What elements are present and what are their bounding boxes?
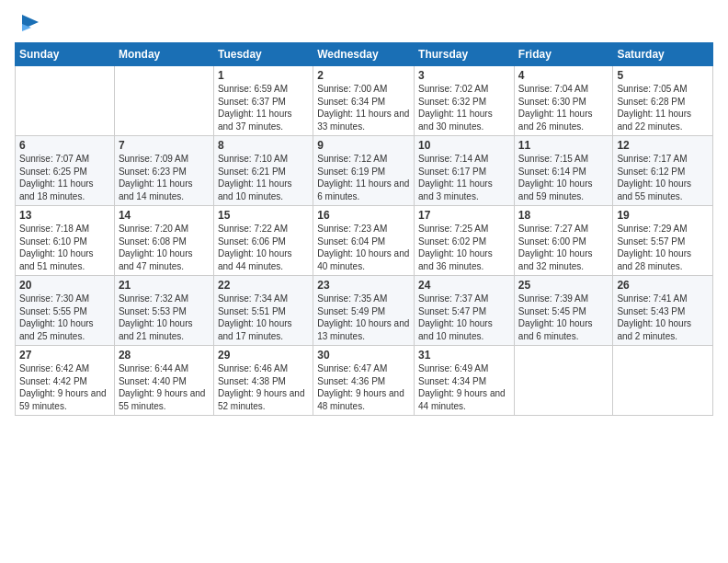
day-cell: 11Sunrise: 7:15 AM Sunset: 6:14 PM Dayli…: [514, 136, 613, 206]
day-cell: 31Sunrise: 6:49 AM Sunset: 4:34 PM Dayli…: [415, 346, 515, 416]
day-info: Sunrise: 7:27 AM Sunset: 6:00 PM Dayligh…: [518, 223, 609, 272]
day-number: 26: [617, 279, 709, 292]
day-cell: 10Sunrise: 7:14 AM Sunset: 6:17 PM Dayli…: [415, 136, 515, 206]
day-info: Sunrise: 7:32 AM Sunset: 5:53 PM Dayligh…: [119, 293, 210, 342]
day-cell: 23Sunrise: 7:35 AM Sunset: 5:49 PM Dayli…: [313, 276, 415, 346]
day-number: 18: [518, 209, 609, 222]
day-number: 30: [317, 349, 410, 362]
day-cell: [114, 66, 213, 136]
logo-icon: [18, 11, 39, 37]
day-cell: [613, 346, 713, 416]
day-info: Sunrise: 7:07 AM Sunset: 6:25 PM Dayligh…: [19, 153, 110, 202]
day-info: Sunrise: 7:17 AM Sunset: 6:12 PM Dayligh…: [617, 153, 709, 202]
day-info: Sunrise: 7:02 AM Sunset: 6:32 PM Dayligh…: [418, 83, 510, 132]
day-number: 25: [518, 279, 609, 292]
calendar-table: SundayMondayTuesdayWednesdayThursdayFrid…: [15, 42, 713, 416]
day-number: 8: [218, 139, 309, 152]
day-info: Sunrise: 7:20 AM Sunset: 6:08 PM Dayligh…: [119, 223, 210, 272]
week-row-3: 13Sunrise: 7:18 AM Sunset: 6:10 PM Dayli…: [16, 206, 713, 276]
week-row-5: 27Sunrise: 6:42 AM Sunset: 4:42 PM Dayli…: [16, 346, 713, 416]
day-number: 11: [518, 139, 609, 152]
day-number: 13: [19, 209, 110, 222]
day-cell: 3Sunrise: 7:02 AM Sunset: 6:32 PM Daylig…: [415, 66, 515, 136]
day-number: 10: [418, 139, 510, 152]
day-cell: [514, 346, 613, 416]
weekday-header-friday: Friday: [514, 43, 613, 66]
day-info: Sunrise: 6:49 AM Sunset: 4:34 PM Dayligh…: [418, 362, 510, 412]
day-number: 22: [218, 279, 309, 292]
day-cell: 15Sunrise: 7:22 AM Sunset: 6:06 PM Dayli…: [213, 206, 313, 276]
day-info: Sunrise: 7:30 AM Sunset: 5:55 PM Dayligh…: [19, 293, 110, 342]
day-number: 9: [317, 139, 410, 152]
day-number: 24: [418, 279, 510, 292]
day-cell: 4Sunrise: 7:04 AM Sunset: 6:30 PM Daylig…: [514, 66, 613, 136]
day-cell: 28Sunrise: 6:44 AM Sunset: 4:40 PM Dayli…: [114, 346, 213, 416]
day-info: Sunrise: 7:41 AM Sunset: 5:43 PM Dayligh…: [617, 293, 709, 342]
day-cell: 20Sunrise: 7:30 AM Sunset: 5:55 PM Dayli…: [16, 276, 115, 346]
day-cell: 16Sunrise: 7:23 AM Sunset: 6:04 PM Dayli…: [313, 206, 415, 276]
day-cell: 13Sunrise: 7:18 AM Sunset: 6:10 PM Dayli…: [16, 206, 115, 276]
day-info: Sunrise: 7:14 AM Sunset: 6:17 PM Dayligh…: [418, 153, 510, 202]
day-info: Sunrise: 6:47 AM Sunset: 4:36 PM Dayligh…: [317, 362, 410, 412]
day-number: 16: [317, 209, 410, 222]
day-cell: 18Sunrise: 7:27 AM Sunset: 6:00 PM Dayli…: [514, 206, 613, 276]
day-info: Sunrise: 6:42 AM Sunset: 4:42 PM Dayligh…: [19, 362, 110, 412]
day-info: Sunrise: 7:37 AM Sunset: 5:47 PM Dayligh…: [418, 293, 510, 342]
day-cell: 26Sunrise: 7:41 AM Sunset: 5:43 PM Dayli…: [613, 276, 713, 346]
day-number: 29: [218, 349, 309, 362]
day-number: 31: [418, 349, 510, 362]
day-cell: 29Sunrise: 6:46 AM Sunset: 4:38 PM Dayli…: [213, 346, 313, 416]
day-info: Sunrise: 7:39 AM Sunset: 5:45 PM Dayligh…: [518, 293, 609, 342]
day-number: 20: [19, 279, 110, 292]
day-number: 6: [19, 139, 110, 152]
day-number: 17: [418, 209, 510, 222]
logo-text: [15, 11, 39, 37]
weekday-header-tuesday: Tuesday: [213, 43, 313, 66]
header: [15, 11, 713, 37]
day-info: Sunrise: 6:46 AM Sunset: 4:38 PM Dayligh…: [218, 362, 309, 412]
day-info: Sunrise: 7:23 AM Sunset: 6:04 PM Dayligh…: [317, 223, 410, 272]
week-row-4: 20Sunrise: 7:30 AM Sunset: 5:55 PM Dayli…: [16, 276, 713, 346]
day-info: Sunrise: 7:18 AM Sunset: 6:10 PM Dayligh…: [19, 223, 110, 272]
day-number: 3: [418, 69, 510, 82]
logo: [15, 11, 39, 37]
day-info: Sunrise: 7:34 AM Sunset: 5:51 PM Dayligh…: [218, 293, 309, 342]
day-cell: 24Sunrise: 7:37 AM Sunset: 5:47 PM Dayli…: [415, 276, 515, 346]
day-info: Sunrise: 7:22 AM Sunset: 6:06 PM Dayligh…: [218, 223, 309, 272]
day-info: Sunrise: 7:29 AM Sunset: 5:57 PM Dayligh…: [617, 223, 709, 272]
day-number: 15: [218, 209, 309, 222]
day-number: 27: [19, 349, 110, 362]
day-cell: 8Sunrise: 7:10 AM Sunset: 6:21 PM Daylig…: [213, 136, 313, 206]
day-number: 14: [119, 209, 210, 222]
day-cell: 14Sunrise: 7:20 AM Sunset: 6:08 PM Dayli…: [114, 206, 213, 276]
day-cell: 2Sunrise: 7:00 AM Sunset: 6:34 PM Daylig…: [313, 66, 415, 136]
day-info: Sunrise: 7:09 AM Sunset: 6:23 PM Dayligh…: [119, 153, 210, 202]
weekday-header-monday: Monday: [114, 43, 213, 66]
day-number: 12: [617, 139, 709, 152]
day-cell: [16, 66, 115, 136]
weekday-header-thursday: Thursday: [415, 43, 515, 66]
day-info: Sunrise: 7:05 AM Sunset: 6:28 PM Dayligh…: [617, 83, 709, 132]
day-number: 28: [119, 349, 210, 362]
weekday-header-row: SundayMondayTuesdayWednesdayThursdayFrid…: [16, 43, 713, 66]
day-info: Sunrise: 6:59 AM Sunset: 6:37 PM Dayligh…: [218, 83, 309, 132]
day-info: Sunrise: 7:25 AM Sunset: 6:02 PM Dayligh…: [418, 223, 510, 272]
day-info: Sunrise: 7:04 AM Sunset: 6:30 PM Dayligh…: [518, 83, 609, 132]
day-cell: 7Sunrise: 7:09 AM Sunset: 6:23 PM Daylig…: [114, 136, 213, 206]
day-cell: 9Sunrise: 7:12 AM Sunset: 6:19 PM Daylig…: [313, 136, 415, 206]
day-number: 23: [317, 279, 410, 292]
week-row-1: 1Sunrise: 6:59 AM Sunset: 6:37 PM Daylig…: [16, 66, 713, 136]
day-cell: 6Sunrise: 7:07 AM Sunset: 6:25 PM Daylig…: [16, 136, 115, 206]
day-cell: 21Sunrise: 7:32 AM Sunset: 5:53 PM Dayli…: [114, 276, 213, 346]
day-number: 21: [119, 279, 210, 292]
weekday-header-sunday: Sunday: [16, 43, 115, 66]
day-info: Sunrise: 7:00 AM Sunset: 6:34 PM Dayligh…: [317, 83, 410, 132]
day-info: Sunrise: 7:35 AM Sunset: 5:49 PM Dayligh…: [317, 293, 410, 342]
day-number: 4: [518, 69, 609, 82]
day-info: Sunrise: 7:10 AM Sunset: 6:21 PM Dayligh…: [218, 153, 309, 202]
calendar-page: SundayMondayTuesdayWednesdayThursdayFrid…: [0, 0, 728, 427]
day-number: 2: [317, 69, 410, 82]
day-cell: 30Sunrise: 6:47 AM Sunset: 4:36 PM Dayli…: [313, 346, 415, 416]
day-info: Sunrise: 7:15 AM Sunset: 6:14 PM Dayligh…: [518, 153, 609, 202]
weekday-header-wednesday: Wednesday: [313, 43, 415, 66]
